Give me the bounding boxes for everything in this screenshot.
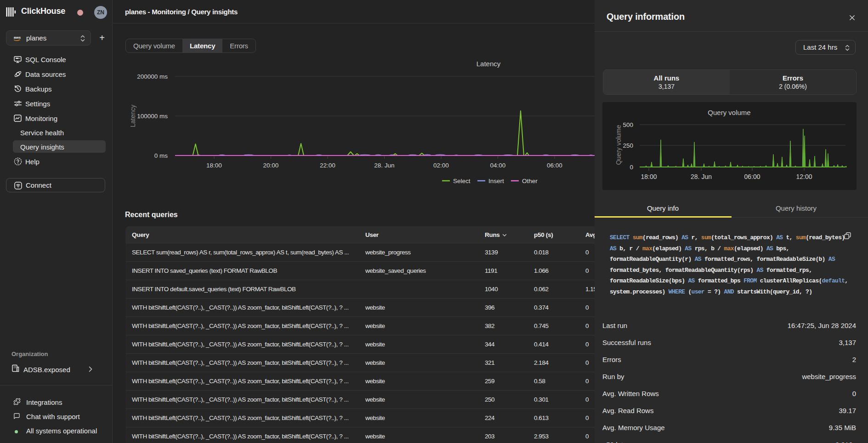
svg-text:18:00: 18:00 <box>641 173 657 180</box>
svg-text:200000 ms: 200000 ms <box>137 73 168 80</box>
svg-text:Select: Select <box>453 178 471 184</box>
svg-text:0: 0 <box>630 164 633 171</box>
svg-text:22:00: 22:00 <box>320 162 335 169</box>
svg-text:Latency: Latency <box>477 60 501 68</box>
svg-text:100000 ms: 100000 ms <box>137 113 168 120</box>
svg-text:Other: Other <box>522 178 538 184</box>
svg-text:20:00: 20:00 <box>263 162 279 169</box>
svg-text:06:00: 06:00 <box>744 173 760 180</box>
svg-text:500: 500 <box>623 121 633 128</box>
svg-text:06:00: 06:00 <box>547 162 562 169</box>
svg-text:0 ms: 0 ms <box>154 152 168 159</box>
svg-text:18:00: 18:00 <box>206 162 222 169</box>
svg-text:28. Jun: 28. Jun <box>691 173 712 180</box>
svg-text:Insert: Insert <box>488 178 504 184</box>
svg-text:04:00: 04:00 <box>490 162 506 169</box>
svg-text:Query volume: Query volume <box>708 109 750 116</box>
svg-text:aws: aws <box>14 35 21 40</box>
svg-text:12:00: 12:00 <box>796 173 812 180</box>
svg-text:250: 250 <box>623 142 633 149</box>
svg-text:28. Jun: 28. Jun <box>374 162 394 169</box>
svg-text:Query volume: Query volume <box>615 125 622 165</box>
svg-text:02:00: 02:00 <box>433 162 449 169</box>
svg-text:Latency: Latency <box>129 104 136 127</box>
